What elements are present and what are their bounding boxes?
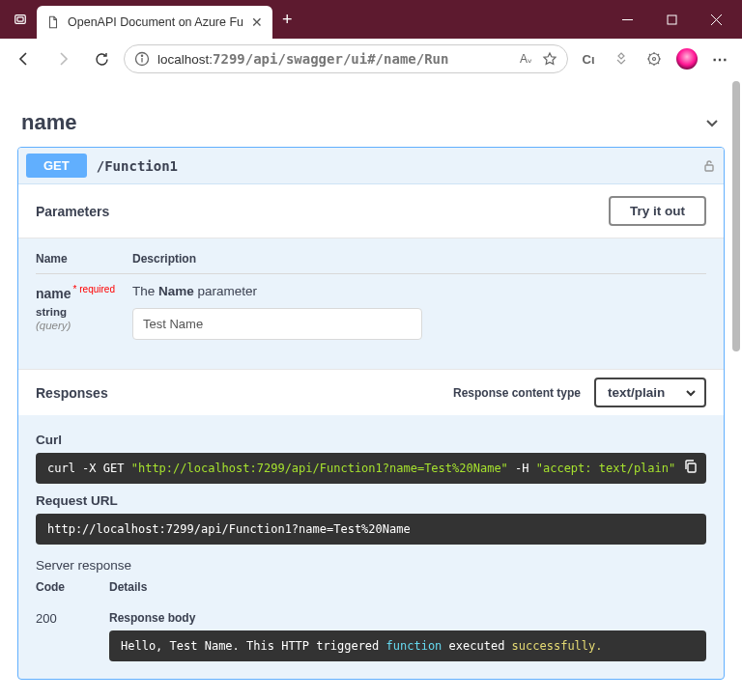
content-type-select[interactable]: text/plain [594, 378, 706, 407]
scrollbar[interactable] [732, 81, 740, 696]
request-url: http://localhost:7299/api/Function1?name… [36, 514, 706, 545]
execution-results: Curl curl -X GET "http://localhost:7299/… [18, 415, 724, 679]
content-type-label: Response content type [453, 386, 581, 400]
address-bar[interactable]: localhost:7299/api/swagger/ui#/name/Run … [124, 44, 568, 73]
th-description: Description [132, 252, 706, 266]
titlebar: OpenAPI Document on Azure Fu ✕ + [0, 0, 742, 39]
address-bar-actions: Aᵥ [520, 51, 557, 67]
svg-rect-11 [705, 165, 713, 171]
parameters-title: Parameters [36, 204, 109, 219]
copy-icon[interactable] [683, 459, 699, 474]
svg-point-9 [649, 54, 660, 65]
tag-name: name [21, 110, 76, 135]
browser-toolbar: localhost:7299/api/swagger/ui#/name/Run … [0, 39, 742, 79]
parameters-header: Parameters Try it out [18, 184, 724, 238]
param-input[interactable] [132, 308, 422, 340]
svg-point-8 [141, 55, 142, 56]
th-name: Name [36, 252, 132, 266]
operation-block: GET /Function1 Parameters Try it out Nam… [17, 147, 725, 680]
parameter-row: name* required string (query) The Name p… [36, 274, 706, 340]
page-content: name GET /Function1 Parameters Try it ou… [0, 79, 742, 700]
maximize-button[interactable] [649, 0, 694, 39]
param-name: name [36, 286, 71, 301]
menu-icon[interactable]: ⋯ [705, 44, 734, 73]
browser-window: OpenAPI Document on Azure Fu ✕ + localho… [0, 0, 742, 700]
svg-point-10 [653, 58, 656, 61]
http-method-badge: GET [26, 154, 87, 178]
profile-avatar[interactable] [672, 44, 701, 73]
curl-command: curl -X GET "http://localhost:7299/api/F… [36, 453, 706, 484]
svg-rect-1 [17, 17, 23, 21]
param-location: (query) [36, 320, 132, 331]
parameters-table: Name Description name* required string (… [18, 238, 724, 369]
read-aloud-icon[interactable]: Aᵥ [520, 52, 532, 66]
favorite-icon[interactable] [542, 51, 557, 67]
response-code: 200 [36, 611, 109, 661]
svg-rect-3 [668, 15, 676, 24]
unlock-icon[interactable] [702, 159, 716, 173]
new-tab-button[interactable]: + [272, 10, 302, 30]
window-controls [605, 0, 738, 39]
th-code: Code [36, 580, 109, 594]
th-details: Details [109, 580, 147, 594]
toolbar-icons: Cι ⋯ [574, 44, 734, 73]
chevron-down-icon [703, 114, 721, 131]
response-body: Hello, Test Name. This HTTP triggered fu… [109, 630, 706, 661]
param-type: string [36, 306, 132, 318]
scrollbar-thumb[interactable] [732, 81, 740, 351]
tab-actions-button[interactable] [4, 3, 37, 36]
extension-icon-1[interactable] [607, 44, 636, 73]
tag-header[interactable]: name [17, 98, 725, 147]
responses-title: Responses [36, 385, 108, 401]
extensions-icon[interactable] [640, 44, 669, 73]
svg-rect-12 [688, 463, 696, 472]
response-body-heading: Response body [109, 611, 706, 625]
close-icon[interactable]: ✕ [251, 14, 263, 30]
forward-button [46, 42, 79, 75]
file-icon [46, 15, 60, 29]
close-window-button[interactable] [694, 0, 738, 39]
responses-header: Responses Response content type text/pla… [18, 369, 724, 415]
browser-tab[interactable]: OpenAPI Document on Azure Fu ✕ [37, 6, 272, 39]
response-row: 200 Response body Hello, Test Name. This… [36, 611, 706, 661]
curl-heading: Curl [36, 433, 706, 447]
request-url-heading: Request URL [36, 493, 706, 508]
param-description: The Name parameter [132, 284, 706, 298]
operation-path: /Function1 [97, 158, 178, 174]
required-badge: * required [73, 284, 115, 294]
tab-title: OpenAPI Document on Azure Fu [68, 15, 243, 29]
try-it-out-button[interactable]: Try it out [609, 196, 706, 226]
operation-summary[interactable]: GET /Function1 [18, 148, 724, 184]
collections-icon[interactable]: Cι [574, 44, 603, 73]
back-button[interactable] [8, 42, 41, 75]
minimize-button[interactable] [605, 0, 649, 39]
server-response-heading: Server response [36, 558, 706, 573]
site-info-icon[interactable] [134, 51, 150, 67]
url-text: localhost:7299/api/swagger/ui#/name/Run [157, 51, 448, 67]
refresh-button[interactable] [85, 42, 118, 75]
